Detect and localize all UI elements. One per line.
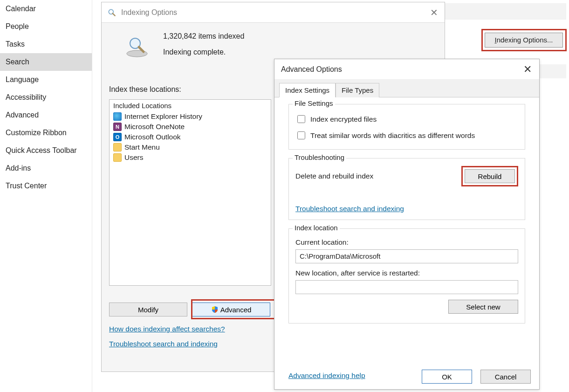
rebuild-button[interactable]: Rebuild xyxy=(465,169,515,183)
index-location-group: Index location Current location: C:\Prog… xyxy=(288,228,525,323)
sidebar-item-language[interactable]: Language xyxy=(0,71,92,89)
list-item: Users xyxy=(110,152,271,163)
diacritics-checkbox[interactable] xyxy=(297,131,305,139)
index-location-legend: Index location xyxy=(293,224,340,232)
close-icon[interactable]: ✕ xyxy=(523,63,532,76)
ok-button[interactable]: OK xyxy=(422,370,472,384)
file-settings-legend: File Settings xyxy=(293,99,335,107)
how-does-indexing-affect-link[interactable]: How does indexing affect searches? xyxy=(109,325,225,333)
list-item: Internet Explorer History xyxy=(110,111,271,122)
list-item: Start Menu xyxy=(110,142,271,152)
sidebar-item-advanced[interactable]: Advanced xyxy=(0,106,92,124)
svg-line-1 xyxy=(113,13,115,15)
list-item: OMicrosoft Outlook xyxy=(110,132,271,142)
advanced-button-label: Advanced xyxy=(220,306,252,314)
diacritics-label: Treat similar words with diacritics as d… xyxy=(310,131,475,140)
highlight-rebuild-button: Rebuild xyxy=(461,166,518,186)
delete-rebuild-label: Delete and rebuild index xyxy=(295,172,373,180)
modify-button[interactable]: Modify xyxy=(109,303,187,316)
location-label: Internet Explorer History xyxy=(124,112,202,121)
troubleshooting-group: Troubleshooting Delete and rebuild index… xyxy=(288,158,525,220)
list-item: NMicrosoft OneNote xyxy=(110,122,271,132)
sidebar-item-people[interactable]: People xyxy=(0,18,92,35)
onenote-icon: N xyxy=(113,123,122,131)
advanced-options-tabs: Index Settings File Types xyxy=(274,80,539,97)
included-locations-list[interactable]: Included Locations Internet Explorer His… xyxy=(109,99,271,286)
sidebar-item-quick-access-toolbar[interactable]: Quick Access Toolbar xyxy=(0,142,92,159)
sidebar-item-accessibility[interactable]: Accessibility xyxy=(0,89,92,106)
troubleshoot-search-indexing-link[interactable]: Troubleshoot search and indexing xyxy=(295,205,404,213)
sidebar-item-add-ins[interactable]: Add-ins xyxy=(0,159,92,177)
indexing-options-titlebar: Indexing Options ✕ xyxy=(102,2,445,23)
advanced-options-content: File Settings Index encrypted files Trea… xyxy=(274,97,539,365)
select-new-button[interactable]: Select new xyxy=(448,300,518,314)
index-encrypted-checkbox-row[interactable]: Index encrypted files xyxy=(295,114,518,124)
options-pane-bg-top xyxy=(445,3,566,20)
magnifier-icon xyxy=(107,8,117,17)
items-indexed-label: 1,320,842 items indexed xyxy=(163,32,244,41)
tab-file-types[interactable]: File Types xyxy=(336,83,379,97)
io-links-area: How does indexing affect searches? Troub… xyxy=(109,325,225,355)
folder-icon xyxy=(113,153,122,162)
file-settings-group: File Settings Index encrypted files Trea… xyxy=(288,104,525,150)
advanced-indexing-help-link[interactable]: Advanced indexing help xyxy=(288,371,365,379)
cancel-button[interactable]: Cancel xyxy=(480,370,531,384)
folder-icon xyxy=(113,143,122,151)
diacritics-checkbox-row[interactable]: Treat similar words with diacritics as d… xyxy=(295,130,518,141)
uac-shield-icon xyxy=(211,306,219,313)
index-encrypted-label: Index encrypted files xyxy=(310,115,377,124)
new-location-label: New location, after service is restarted… xyxy=(295,269,518,277)
indexing-options-button-row: Modify Advanced xyxy=(109,303,270,316)
current-location-path: C:\ProgramData\Microsoft xyxy=(295,249,518,263)
outlook-icon: O xyxy=(113,133,122,141)
advanced-options-dialog: Advanced Options ✕ Index Settings File T… xyxy=(274,59,540,390)
location-label: Start Menu xyxy=(124,143,160,151)
advanced-options-footer: OK Cancel xyxy=(422,370,531,384)
indexing-options-button-label: Indexing Options... xyxy=(494,36,553,44)
location-label: Users xyxy=(124,153,143,162)
sidebar-item-customize-ribbon[interactable]: Customize Ribbon xyxy=(0,124,92,142)
indexing-options-title: Indexing Options xyxy=(121,8,177,17)
options-sidebar: Calendar People Tasks Search Language Ac… xyxy=(0,0,92,392)
sidebar-item-trust-center[interactable]: Trust Center xyxy=(0,177,92,195)
advanced-options-title: Advanced Options xyxy=(281,65,342,74)
current-location-label: Current location: xyxy=(295,238,518,247)
magnifier-large-icon xyxy=(123,35,151,58)
troubleshooting-legend: Troubleshooting xyxy=(293,153,346,161)
location-label: Microsoft OneNote xyxy=(124,123,185,131)
ie-icon xyxy=(113,112,122,121)
location-label: Microsoft Outlook xyxy=(124,133,181,141)
advanced-options-titlebar: Advanced Options ✕ xyxy=(274,59,539,80)
index-encrypted-checkbox[interactable] xyxy=(297,115,305,123)
close-icon[interactable]: ✕ xyxy=(430,7,438,18)
indexing-status-label: Indexing complete. xyxy=(163,48,244,56)
advanced-button[interactable]: Advanced xyxy=(192,303,270,316)
sidebar-item-search[interactable]: Search xyxy=(0,53,92,71)
troubleshoot-search-link[interactable]: Troubleshoot search and indexing xyxy=(109,340,225,348)
indexing-options-button[interactable]: Indexing Options... xyxy=(485,33,563,48)
included-locations-header: Included Locations xyxy=(110,100,271,111)
sidebar-item-calendar[interactable]: Calendar xyxy=(0,0,92,18)
new-location-path xyxy=(295,280,518,294)
sidebar-item-tasks[interactable]: Tasks xyxy=(0,35,92,53)
tab-index-settings[interactable]: Index Settings xyxy=(279,83,336,97)
